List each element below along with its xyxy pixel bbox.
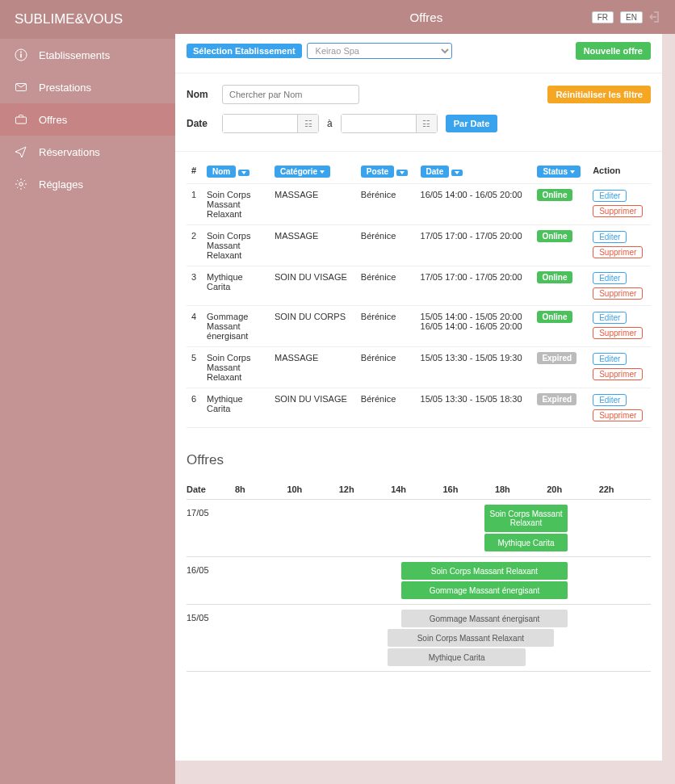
tl-hour-label: 18h [495,484,547,494]
cell-num: 4 [187,306,202,347]
topbar: Offres FR EN [175,0,675,34]
edit-button[interactable]: Editer [593,231,627,243]
status-badge: Online [537,271,572,283]
cell-poste: Bérénice [356,184,416,225]
a-label: à [327,118,333,129]
cell-num: 5 [187,347,202,388]
tl-hour-label: 12h [339,484,391,494]
cell-cat: SOIN DU CORPS [270,306,356,347]
cell-action: Editer Supprimer [588,388,651,428]
cell-num: 6 [187,388,202,428]
edit-button[interactable]: Editer [593,394,627,406]
chevron-down-icon[interactable] [238,170,249,176]
tl-bar[interactable]: Gommage Massant énergisant [401,581,568,599]
cell-nom: Soin Corps Massant Relaxant [202,347,270,388]
reset-filters-button[interactable]: Réinitialiser les filtre [547,86,651,103]
cell-num: 2 [187,225,202,266]
sidebar-item-label: Réservations [39,146,100,158]
cell-poste: Bérénice [356,388,416,428]
tl-bar[interactable]: Mythique Carita [388,648,526,666]
lang-fr-button[interactable]: FR [592,11,614,23]
offers-table: # Nom Catégorie Poste Date Status Action… [187,160,651,428]
delete-button[interactable]: Supprimer [593,205,643,217]
cell-status: Online [532,306,588,347]
svg-point-5 [19,182,23,186]
sort-categorie-button[interactable]: Catégorie [275,166,330,178]
logout-icon[interactable] [649,10,662,23]
cell-action: Editer Supprimer [588,347,651,388]
delete-button[interactable]: Supprimer [593,287,643,300]
edit-button[interactable]: Editer [593,272,627,284]
cell-date: 16/05 14:00 - 16/05 20:00 [416,184,533,225]
tl-date: 17/05 [187,503,235,518]
date-from-input[interactable] [223,115,297,132]
delete-button[interactable]: Supprimer [593,327,643,339]
table-row: 3 Mythique Carita SOIN DU VISAGE Bérénic… [187,266,651,306]
cell-poste: Bérénice [356,266,416,306]
table-row: 2 Soin Corps Massant Relaxant MASSAGE Bé… [187,225,651,266]
tl-bar[interactable]: Gommage Massant énergisant [401,610,568,627]
chevron-down-icon[interactable] [451,170,463,176]
edit-button[interactable]: Editer [593,353,627,365]
sort-status-button[interactable]: Status [537,166,581,178]
cell-action: Editer Supprimer [588,266,651,306]
status-badge: Expired [537,393,576,405]
table-row: 6 Mythique Carita SOIN DU VISAGE Bérénic… [187,388,651,428]
cell-nom: Soin Corps Massant Relaxant [202,225,270,266]
sort-date-button[interactable]: Date [421,166,450,178]
chevron-down-icon[interactable] [396,170,408,176]
tl-hour-label: 22h [599,484,651,494]
cell-num: 1 [187,184,202,225]
tl-hour-label: 16h [443,484,495,494]
date-to-input[interactable] [342,115,416,132]
sidebar-item-label: Réglages [39,178,83,191]
status-badge: Expired [537,352,576,364]
cell-status: Online [532,225,588,266]
cell-cat: SOIN DU VISAGE [270,266,356,306]
status-badge: Online [537,189,572,201]
sort-nom-button[interactable]: Nom [207,166,236,178]
cell-cat: MASSAGE [270,184,356,225]
cell-status: Online [532,266,588,306]
calendar-icon[interactable]: ☷ [416,115,437,132]
lang-en-button[interactable]: EN [620,11,643,23]
edit-button[interactable]: Editer [593,190,627,202]
sidebar-item-etablissements[interactable]: Etablissements [0,39,175,71]
brand: SUBLIME&VOUS [0,0,175,39]
delete-button[interactable]: Supprimer [593,368,643,380]
new-offer-button[interactable]: Nouvelle offre [576,42,651,60]
info-icon [15,48,27,61]
nom-input[interactable] [222,85,359,104]
cell-nom: Soin Corps Massant Relaxant [202,184,270,225]
sidebar-item-label: Prestations [39,82,91,94]
briefcase-icon [15,113,27,126]
col-action: Action [588,160,651,184]
cell-cat: SOIN DU VISAGE [270,388,356,428]
cell-status: Expired [532,347,588,388]
edit-button[interactable]: Editer [593,312,627,324]
par-date-button[interactable]: Par Date [446,115,498,132]
sidebar-item-prestations[interactable]: Prestations [0,71,175,103]
svg-rect-4 [16,117,27,124]
cell-date: 15/05 13:30 - 15/05 18:30 [416,388,533,428]
sidebar-item-reglages[interactable]: Réglages [0,168,175,200]
cell-poste: Bérénice [356,347,416,388]
calendar-icon[interactable]: ☷ [297,115,318,132]
cell-date: 15/05 14:00 - 15/05 20:00 16/05 14:00 - … [416,306,533,347]
establishment-select[interactable]: Keirao Spa [307,43,452,59]
sidebar-item-reservations[interactable]: Réservations [0,136,175,168]
tl-bar[interactable]: Mythique Carita [484,534,568,551]
tl-bar[interactable]: Soin Corps Massant Relaxant [388,629,554,647]
timeline-title: Offres [187,452,651,468]
cell-action: Editer Supprimer [588,306,651,347]
svg-rect-1 [20,54,22,58]
sort-poste-button[interactable]: Poste [361,166,394,178]
sidebar-item-offres[interactable]: Offres [0,103,175,136]
delete-button[interactable]: Supprimer [593,246,643,258]
tl-bar[interactable]: Soin Corps Massant Relaxant [484,505,568,532]
cell-action: Editer Supprimer [588,225,651,266]
tl-bar[interactable]: Soin Corps Massant Relaxant [401,562,568,580]
status-badge: Online [537,230,572,242]
delete-button[interactable]: Supprimer [593,409,643,421]
status-badge: Online [537,311,572,323]
